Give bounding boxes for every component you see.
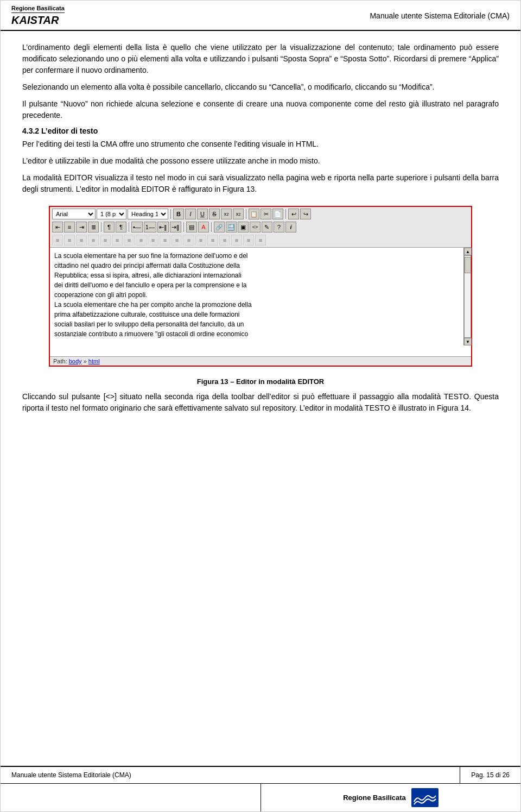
- paragraph-7: Cliccando sul pulsante [<>] situato nell…: [22, 391, 499, 414]
- separator-7: [211, 222, 212, 232]
- redo-button[interactable]: ↪: [300, 209, 311, 219]
- footer-bottom-left: [1, 784, 261, 811]
- outdent-button[interactable]: ¶: [116, 222, 126, 232]
- html-button[interactable]: <>: [250, 222, 260, 232]
- underline-button[interactable]: U: [197, 209, 208, 219]
- strikethrough-button[interactable]: S: [209, 209, 220, 219]
- increase-indent-button[interactable]: ⇥‖: [170, 222, 181, 232]
- disabled-btn-14: ■: [207, 235, 218, 246]
- paste-button[interactable]: 📄: [272, 209, 283, 219]
- edit-button[interactable]: ✎: [262, 222, 272, 232]
- help-button[interactable]: ?: [274, 222, 284, 232]
- paragraph-3: Il pulsante “Nuovo” non richiede alcuna …: [22, 98, 499, 121]
- separator-5: [129, 222, 129, 232]
- disabled-btn-18: ■: [255, 235, 266, 246]
- toolbar-row-3: ■ ■ ■ ■ ■ ■ ■ ■ ■ ■ ■ ■ ■ ■ ■ ■ ■: [52, 235, 469, 246]
- disabled-btn-3: ■: [76, 235, 87, 246]
- toolbar-row-2: ⇤ ≡ ⇥ ≣ ¶ ¶ •— 1— ⇤‖ ⇥‖ ▤ A 🔗: [52, 222, 469, 232]
- unlink-button[interactable]: 🔜: [226, 222, 237, 232]
- editor-body[interactable]: La scuola elementare ha per suo fine la …: [50, 248, 471, 356]
- disabled-btn-10: ■: [160, 235, 170, 246]
- path-html-link[interactable]: html: [88, 358, 100, 364]
- disabled-btn-4: ■: [88, 235, 99, 246]
- page: Regione Basilicata KAISTAR Manuale utent…: [0, 0, 521, 812]
- disabled-btn-5: ■: [100, 235, 111, 246]
- disabled-btn-9: ■: [148, 235, 158, 246]
- header-logo: KAISTAR: [11, 14, 65, 27]
- header-title: Manuale utente Sistema Editoriale (CMA): [370, 11, 510, 20]
- paragraph-2: Selezionando un elemento alla volta è po…: [22, 81, 499, 93]
- scrollbar-track[interactable]: [464, 255, 471, 338]
- header-left: Regione Basilicata KAISTAR: [11, 5, 65, 27]
- section-heading: 4.3.2 L’editor di testo: [22, 127, 499, 135]
- separator-1: [170, 209, 171, 219]
- link-button[interactable]: 🔗: [214, 222, 225, 232]
- scrollbar-thumb[interactable]: [465, 257, 471, 273]
- editor-body-wrapper: La scuola elementare ha per suo fine la …: [50, 248, 471, 356]
- paragraph-5: L’editor è utilizzabile in due modalità …: [22, 155, 499, 167]
- footer-left: Manuale utente Sistema Editoriale (CMA): [1, 767, 460, 783]
- footer-bottom: Regione Basilicata: [1, 783, 520, 811]
- decrease-indent-button[interactable]: ⇤‖: [157, 222, 169, 232]
- scrollbar-down-button[interactable]: ▼: [464, 338, 472, 345]
- disabled-btn-15: ■: [219, 235, 230, 246]
- font-select[interactable]: Arial: [52, 209, 96, 219]
- footer-wrapper: Manuale utente Sistema Editoriale (CMA) …: [1, 766, 520, 811]
- size-select[interactable]: 1 (8 pt): [97, 209, 126, 219]
- figure-caption: Figura 13 – Editor in modalità EDITOR: [22, 377, 499, 386]
- disabled-btn-17: ■: [243, 235, 254, 246]
- align-left-button[interactable]: ⇤: [52, 222, 63, 232]
- header: Regione Basilicata KAISTAR Manuale utent…: [1, 1, 520, 31]
- editor-path: Path: body » html: [50, 356, 471, 366]
- copy-button[interactable]: 📋: [249, 209, 259, 219]
- wave-icon: [411, 788, 439, 807]
- align-right-button[interactable]: ⇥: [76, 222, 87, 232]
- separator-6: [183, 222, 184, 232]
- path-label: Path:: [53, 358, 67, 364]
- footer-bottom-right: Regione Basilicata: [261, 784, 520, 811]
- disabled-btn-13: ■: [195, 235, 206, 246]
- heading-select[interactable]: Heading 1: [128, 209, 168, 219]
- section-title: L’editor di testo: [41, 127, 98, 135]
- separator-3: [285, 209, 286, 219]
- ol-button[interactable]: 1—: [144, 222, 156, 232]
- disabled-btn-12: ■: [183, 235, 194, 246]
- editor-toolbar: Arial 1 (8 pt) Heading 1 B I U S x2 x2: [50, 207, 471, 248]
- scrollbar-up-button[interactable]: ▲: [464, 248, 472, 255]
- main-content: L’ordinamento degli elementi della lista…: [1, 31, 520, 766]
- path-separator: »: [84, 358, 88, 364]
- paragraph-4: Per l’editing dei testi la CMA offre uno…: [22, 139, 499, 150]
- color-button[interactable]: A: [198, 222, 209, 232]
- indent-button[interactable]: ¶: [104, 222, 115, 232]
- disabled-btn-16: ■: [231, 235, 242, 246]
- info-button[interactable]: i: [285, 222, 296, 232]
- footer-right: Pag. 15 di 26: [460, 767, 520, 783]
- separator-4: [101, 222, 101, 232]
- footer-top: Manuale utente Sistema Editoriale (CMA) …: [1, 766, 520, 783]
- superscript-button[interactable]: x2: [233, 209, 244, 219]
- align-justify-button[interactable]: ≣: [88, 222, 99, 232]
- disabled-btn-11: ■: [171, 235, 182, 246]
- ul-button[interactable]: •—: [131, 222, 143, 232]
- table-button[interactable]: ▣: [238, 222, 249, 232]
- disabled-btn-8: ■: [136, 235, 147, 246]
- separator-2: [246, 209, 246, 219]
- paragraph-1: L’ordinamento degli elementi della lista…: [22, 42, 499, 76]
- align-center-button[interactable]: ≡: [64, 222, 75, 232]
- toolbar-row-1: Arial 1 (8 pt) Heading 1 B I U S x2 x2: [52, 209, 469, 219]
- undo-button[interactable]: ↩: [288, 209, 299, 219]
- editor-text: La scuola elementare ha per suo fine la …: [54, 251, 460, 339]
- image-button[interactable]: ▤: [186, 222, 197, 232]
- cut-button[interactable]: ✂: [260, 209, 271, 219]
- disabled-btn-7: ■: [124, 235, 135, 246]
- path-body-link[interactable]: body: [69, 358, 82, 364]
- footer-region-text: Regione Basilicata: [343, 794, 406, 802]
- disabled-btn-6: ■: [112, 235, 123, 246]
- subscript-button[interactable]: x2: [221, 209, 232, 219]
- italic-button[interactable]: I: [185, 209, 196, 219]
- editor-figure: Arial 1 (8 pt) Heading 1 B I U S x2 x2: [49, 206, 472, 367]
- header-region: Regione Basilicata: [11, 5, 65, 13]
- editor-scrollbar[interactable]: ▲ ▼: [463, 248, 471, 345]
- bold-button[interactable]: B: [173, 209, 184, 219]
- disabled-btn-2: ■: [64, 235, 75, 246]
